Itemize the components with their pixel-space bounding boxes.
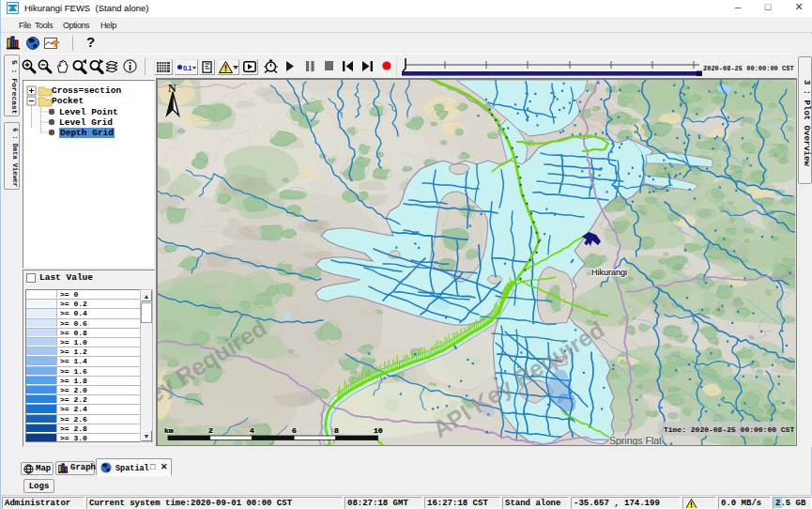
svg-text:8: 8 [334,426,339,435]
svg-text:10: 10 [374,426,383,435]
svg-text:2: 2 [208,426,213,435]
svg-text:SH 1: SH 1 [588,171,597,187]
svg-text:6: 6 [292,426,297,435]
svg-text:Time: 2020-08-25 00:00:00 CST: Time: 2020-08-25 00:00:00 CST [664,425,794,434]
svg-text:Hikurangi: Hikurangi [591,268,627,277]
svg-text:Springs Flat: Springs Flat [609,435,662,445]
svg-text:4: 4 [250,426,254,435]
svg-text:km: km [164,426,174,435]
